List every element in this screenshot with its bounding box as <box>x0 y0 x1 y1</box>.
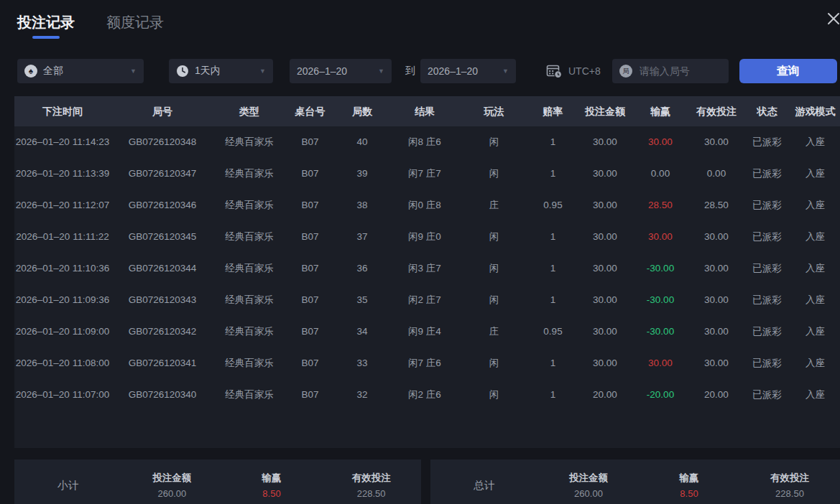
cell-time: 2026–01–20 11:09:36 <box>14 284 111 316</box>
cell-bet: 30.00 <box>578 316 632 347</box>
cell-round-id: GB0726120341 <box>111 347 214 379</box>
cell-bet: 30.00 <box>578 347 632 379</box>
cell-table-no: B07 <box>285 347 336 379</box>
cell-mode: 入座 <box>790 253 840 284</box>
timezone-group: UTC+8 <box>546 64 601 78</box>
cell-result: 闲2 庄6 <box>389 379 461 411</box>
cell-valid: 30.00 <box>689 221 744 253</box>
query-button[interactable]: 查询 <box>739 59 837 83</box>
chevron-down-icon: ▼ <box>259 67 266 75</box>
cell-result: 闲9 庄4 <box>389 316 461 347</box>
cell-time: 2026–01–20 11:09:00 <box>14 316 111 347</box>
cell-odds: 1 <box>527 379 578 411</box>
round-icon: 局 <box>619 65 632 78</box>
header-table-no: 桌台号 <box>285 96 336 126</box>
game-type-dropdown[interactable]: ♠ 全部 ▼ <box>17 59 144 83</box>
cell-type: 经典百家乐 <box>214 158 285 190</box>
cell-table-no: B07 <box>285 221 336 253</box>
round-id-field[interactable]: 局 <box>612 59 729 83</box>
cell-round-no: 36 <box>336 253 389 284</box>
table-body: 2026–01–20 11:14:23GB0726120348经典百家乐B074… <box>14 126 840 448</box>
spade-icon: ♠ <box>24 65 37 78</box>
cell-status: 已派彩 <box>744 126 790 158</box>
table-row: 2026–01–20 11:07:00GB0726120340经典百家乐B073… <box>14 379 840 411</box>
date-to-picker[interactable]: 2026–1–20 ▼ <box>420 59 516 83</box>
cell-round-id: GB0726120348 <box>111 126 214 158</box>
header-bet-amount: 投注金额 <box>578 96 632 126</box>
cell-round-id: GB0726120346 <box>111 190 214 221</box>
cell-winloss: -30.00 <box>632 253 689 284</box>
cell-bet: 30.00 <box>578 158 632 190</box>
cell-round-id: GB0726120343 <box>111 284 214 316</box>
chevron-down-icon: ▼ <box>130 67 137 75</box>
cell-status: 已派彩 <box>744 316 790 347</box>
round-id-input[interactable] <box>638 65 720 78</box>
cell-result: 闲2 庄7 <box>389 284 461 316</box>
cell-result: 闲3 庄7 <box>389 253 461 284</box>
clock-icon <box>176 65 189 78</box>
chevron-down-icon: ▼ <box>502 67 509 75</box>
header-result: 结果 <box>389 96 461 126</box>
cell-odds: 1 <box>527 126 578 158</box>
cell-round-no: 33 <box>336 347 389 379</box>
tab-quota-records-label: 额度记录 <box>106 14 164 30</box>
subtotal-winloss: 输赢 8.50 <box>222 472 322 499</box>
cell-mode: 入座 <box>790 190 840 221</box>
cell-round-no: 38 <box>336 190 389 221</box>
cell-valid: 30.00 <box>689 347 744 379</box>
cell-round-id: GB0726120340 <box>111 379 214 411</box>
time-range-dropdown[interactable]: 1天内 ▼ <box>169 59 273 83</box>
cell-play: 庄 <box>461 316 527 347</box>
table-row: 2026–01–20 11:10:36GB0726120344经典百家乐B073… <box>14 253 840 284</box>
cell-result: 闲7 庄7 <box>389 158 461 190</box>
tab-bet-records[interactable]: 投注记录 <box>17 13 75 39</box>
cell-valid: 30.00 <box>689 316 744 347</box>
cell-play: 闲 <box>461 221 527 253</box>
total-bet-amount: 投注金额 260.00 <box>538 472 639 499</box>
cell-time: 2026–01–20 11:13:39 <box>14 158 111 190</box>
tab-quota-records[interactable]: 额度记录 <box>106 13 164 39</box>
cell-type: 经典百家乐 <box>214 284 285 316</box>
cell-round-no: 34 <box>336 316 389 347</box>
cell-round-id: GB0726120345 <box>111 221 214 253</box>
subtotal-label: 小计 <box>14 479 122 493</box>
table-row: 2026–01–20 11:13:39GB0726120347经典百家乐B073… <box>14 158 840 190</box>
cell-mode: 入座 <box>790 284 840 316</box>
cell-odds: 1 <box>527 284 578 316</box>
cell-valid: 20.00 <box>689 379 744 411</box>
cell-status: 已派彩 <box>744 158 790 190</box>
cell-table-no: B07 <box>285 158 336 190</box>
date-from-picker[interactable]: 2026–1–20 ▼ <box>290 59 392 83</box>
cell-status: 已派彩 <box>744 253 790 284</box>
cell-mode: 入座 <box>790 379 840 411</box>
cell-winloss: 28.50 <box>632 190 689 221</box>
cell-round-id: GB0726120347 <box>111 158 214 190</box>
header-round-no: 局数 <box>336 96 389 126</box>
cell-table-no: B07 <box>285 316 336 347</box>
cell-odds: 1 <box>527 347 578 379</box>
table-row: 2026–01–20 11:11:22GB0726120345经典百家乐B073… <box>14 221 840 253</box>
filter-bar: ♠ 全部 ▼ 1天内 ▼ 2026–1–20 ▼ 到 2026–1–20 ▼ U… <box>17 59 840 83</box>
close-icon[interactable] <box>823 8 840 29</box>
cell-odds: 0.95 <box>527 190 578 221</box>
cell-play: 闲 <box>461 347 527 379</box>
subtotal-valid-bet: 有效投注 228.50 <box>321 472 421 499</box>
active-tab-underline <box>32 36 60 39</box>
header-odds: 赔率 <box>527 96 578 126</box>
cell-play: 闲 <box>461 284 527 316</box>
cell-play: 闲 <box>461 379 527 411</box>
cell-bet: 20.00 <box>578 379 632 411</box>
cell-odds: 1 <box>527 158 578 190</box>
header-valid-bet: 有效投注 <box>689 96 744 126</box>
cell-time: 2026–01–20 11:07:00 <box>14 379 111 411</box>
cell-bet: 30.00 <box>578 221 632 253</box>
cell-table-no: B07 <box>285 126 336 158</box>
cell-winloss: -30.00 <box>632 284 689 316</box>
cell-result: 闲7 庄6 <box>389 347 461 379</box>
date-to-value: 2026–1–20 <box>428 65 478 77</box>
subtotal-bet-amount: 投注金额 260.00 <box>122 472 222 499</box>
cell-result: 闲0 庄8 <box>389 190 461 221</box>
bet-records-table: 下注时间 局号 类型 桌台号 局数 结果 玩法 赔率 投注金额 输赢 有效投注 … <box>14 96 840 448</box>
calendar-clock-icon <box>546 64 562 78</box>
game-type-value: 全部 <box>43 65 63 78</box>
